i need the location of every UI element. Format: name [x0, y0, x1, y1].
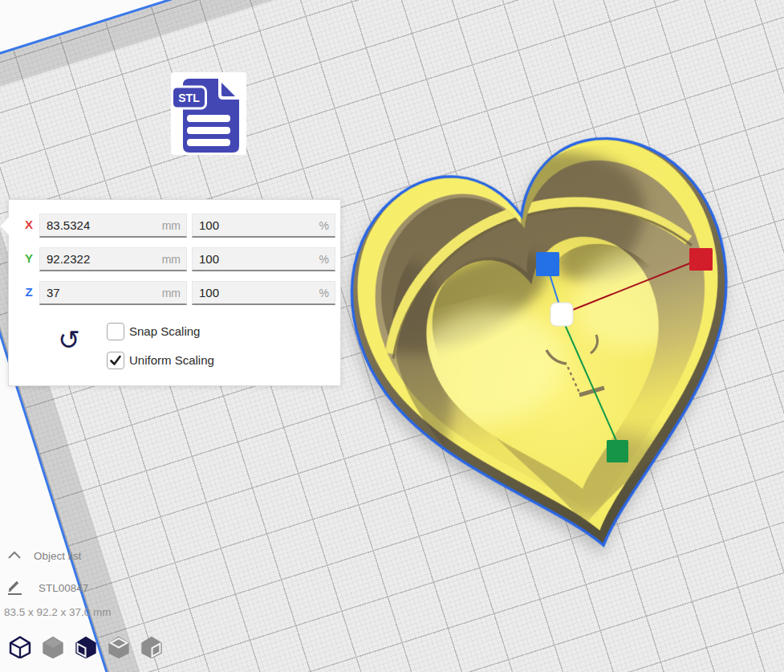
gizmo-handle-z-green[interactable]: [607, 440, 628, 462]
scale-z-mm-field: mm: [39, 281, 187, 305]
view-front-button[interactable]: [42, 636, 64, 658]
heart-mold-3d-model[interactable]: [321, 56, 784, 570]
object-list-toggle[interactable]: Object list: [0, 548, 160, 563]
view-3d-button[interactable]: [9, 636, 31, 658]
axis-z-label: Z: [22, 285, 36, 299]
model-dimensions-label: 83.5 x 92.2 x 37.0 mm: [4, 606, 112, 618]
uniform-scaling-label: Uniform Scaling: [129, 353, 214, 367]
heart-mold-body[interactable]: [321, 92, 784, 570]
axis-x-label: X: [22, 218, 36, 231]
cube-solid-icon: [42, 636, 64, 658]
stl-badge-label: STL: [178, 92, 200, 104]
scale-z-percent-input[interactable]: [193, 282, 335, 303]
scale-y-percent-field: %: [192, 247, 335, 271]
scale-x-mm-field: mm: [39, 214, 187, 238]
snap-scaling-label: Snap Scaling: [129, 324, 200, 338]
scale-z-mm-input[interactable]: [40, 282, 186, 303]
view-top-button[interactable]: [108, 636, 130, 658]
object-name-label: STL00847: [39, 582, 88, 594]
axis-y-label: Y: [22, 251, 36, 265]
cube-top-face-icon: [108, 636, 130, 658]
uniform-scaling-checkbox[interactable]: [107, 352, 124, 369]
scale-x-percent-field: %: [192, 214, 335, 238]
chevron-up-icon: [9, 552, 20, 558]
rename-pencil-icon: [6, 579, 24, 597]
cube-wireframe-icon: [9, 636, 31, 658]
checkmark-icon: [112, 356, 120, 365]
snap-scaling-checkbox[interactable]: [107, 323, 124, 340]
object-name-row[interactable]: STL00847: [0, 578, 160, 594]
view-left-button[interactable]: [75, 636, 97, 658]
gizmo-handle-center-white[interactable]: [550, 303, 573, 326]
scale-y-mm-field: mm: [39, 247, 187, 271]
view-right-button[interactable]: [140, 636, 163, 658]
cube-right-face-icon: [140, 636, 163, 658]
cube-left-face-icon: [75, 636, 97, 658]
scale-y-percent-input[interactable]: [193, 248, 335, 270]
object-list-label: Object list: [34, 550, 81, 562]
gizmo-handle-x-red[interactable]: [689, 248, 713, 271]
scale-x-percent-input[interactable]: [193, 214, 335, 236]
folded-corner-icon: [220, 79, 239, 98]
scale-z-percent-field: %: [192, 281, 335, 305]
scale-tool-panel: X mm % Y mm % Z mm % ↺: [8, 199, 341, 386]
scale-x-mm-input[interactable]: [40, 214, 186, 236]
application-window: STL X mm % Y mm % Z mm: [0, 0, 784, 672]
reset-scale-button[interactable]: ↺: [55, 327, 83, 354]
scale-y-mm-input[interactable]: [40, 248, 186, 270]
gizmo-handle-y-blue[interactable]: [536, 252, 559, 276]
stl-file-thumbnail: STL: [171, 72, 246, 155]
view-toolbar: [9, 636, 163, 658]
